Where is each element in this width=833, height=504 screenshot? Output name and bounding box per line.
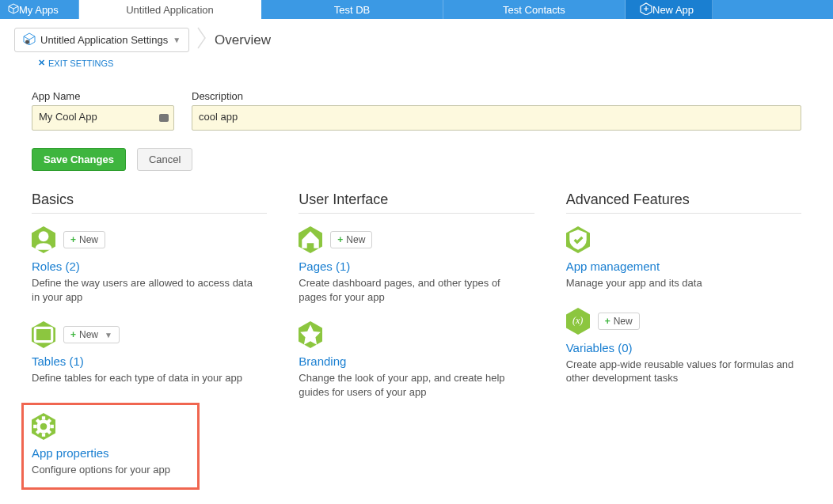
gear-icon bbox=[32, 413, 55, 440]
app-name-value: My Cool App bbox=[39, 111, 97, 123]
app-properties-link[interactable]: App properties bbox=[32, 446, 109, 460]
app-management-desc: Manage your app and its data bbox=[566, 276, 796, 290]
new-page-label: New bbox=[346, 234, 365, 245]
tab-active-label: Untitled Application bbox=[126, 4, 214, 16]
tab-test-contacts[interactable]: Test Contacts bbox=[443, 0, 626, 19]
svg-rect-6 bbox=[35, 328, 51, 342]
svg-point-5 bbox=[39, 231, 49, 241]
new-role-button[interactable]: + New bbox=[63, 231, 105, 248]
user-icon bbox=[32, 226, 55, 253]
tab-my-apps[interactable]: My Apps bbox=[0, 0, 79, 19]
heading-basics: Basics bbox=[32, 191, 267, 214]
cube-icon bbox=[8, 3, 19, 17]
star-icon bbox=[299, 321, 322, 348]
app-name-label: App Name bbox=[32, 90, 174, 102]
exit-settings-label: EXIT SETTINGS bbox=[48, 59, 113, 68]
pages-link[interactable]: Pages (1) bbox=[299, 260, 350, 273]
card-roles: + New Roles (2) Define the way users are… bbox=[32, 226, 267, 304]
plus-icon: + bbox=[337, 234, 343, 245]
new-variable-label: New bbox=[614, 316, 633, 327]
branding-link[interactable]: Branding bbox=[299, 354, 346, 368]
caret-down-icon: ▼ bbox=[173, 36, 181, 44]
tab-my-apps-label: My Apps bbox=[19, 4, 59, 16]
card-pages: + New Pages (1) Create dashboard pages, … bbox=[299, 226, 534, 304]
caret-down-icon: ▼ bbox=[105, 331, 112, 339]
new-variable-button[interactable]: + New bbox=[598, 313, 640, 330]
home-icon bbox=[299, 226, 322, 253]
table-icon bbox=[32, 321, 55, 348]
roles-link[interactable]: Roles (2) bbox=[32, 260, 80, 273]
variables-link[interactable]: Variables (0) bbox=[566, 341, 633, 354]
breadcrumb-chevron-icon bbox=[197, 27, 207, 53]
close-icon: ✕ bbox=[38, 58, 45, 68]
description-input[interactable]: cool app bbox=[192, 105, 801, 131]
heading-advanced: Advanced Features bbox=[566, 191, 801, 214]
new-page-button[interactable]: + New bbox=[330, 231, 372, 248]
tab-test-db[interactable]: Test DB bbox=[261, 0, 443, 19]
cube-gear-icon bbox=[23, 32, 36, 47]
app-properties-desc: Configure options for your app bbox=[32, 463, 189, 477]
shield-check-icon bbox=[566, 226, 590, 253]
tables-desc: Define tables for each type of data in y… bbox=[32, 371, 261, 385]
app-management-link[interactable]: App management bbox=[566, 260, 660, 273]
new-table-button[interactable]: + New ▼ bbox=[63, 326, 120, 343]
cancel-button[interactable]: Cancel bbox=[137, 148, 192, 171]
variables-desc: Create app-wide reusable values for form… bbox=[566, 358, 796, 385]
tab-test-db-label: Test DB bbox=[334, 4, 371, 16]
svg-point-4 bbox=[25, 40, 29, 44]
keyboard-icon bbox=[159, 114, 169, 122]
plus-icon: + bbox=[70, 234, 76, 245]
card-tables: + New ▼ Tables (1) Define tables for eac… bbox=[32, 321, 267, 385]
card-branding: Branding Change the look of your app, an… bbox=[299, 321, 534, 399]
tab-new-app-label: New App bbox=[652, 4, 694, 16]
heading-ui: User Interface bbox=[299, 191, 534, 214]
plus-icon: + bbox=[605, 316, 610, 327]
app-settings-label: Untitled Application Settings bbox=[40, 34, 168, 46]
tab-new-app[interactable]: New App bbox=[626, 0, 713, 19]
branding-desc: Change the look of your app, and create … bbox=[299, 371, 528, 399]
exit-settings-link[interactable]: ✕ EXIT SETTINGS bbox=[0, 56, 833, 73]
card-variables: (x) + New Variables (0) Create app-wide … bbox=[566, 308, 801, 385]
app-name-input[interactable]: My Cool App bbox=[32, 105, 174, 131]
app-settings-dropdown[interactable]: Untitled Application Settings ▼ bbox=[14, 28, 189, 52]
new-table-label: New bbox=[79, 329, 98, 340]
card-app-properties: App properties Configure options for you… bbox=[21, 403, 200, 491]
new-role-label: New bbox=[79, 234, 98, 245]
tab-test-contacts-label: Test Contacts bbox=[503, 4, 565, 16]
tables-link[interactable]: Tables (1) bbox=[32, 354, 84, 368]
breadcrumb-overview: Overview bbox=[215, 32, 271, 48]
tab-untitled-application[interactable]: Untitled Application bbox=[79, 0, 261, 19]
save-changes-button[interactable]: Save Changes bbox=[32, 148, 126, 171]
plus-icon: + bbox=[70, 329, 76, 340]
card-app-management: App management Manage your app and its d… bbox=[566, 226, 801, 290]
roles-desc: Define the way users are allowed to acce… bbox=[32, 276, 261, 304]
pages-desc: Create dashboard pages, and other types … bbox=[299, 276, 528, 304]
description-label: Description bbox=[192, 90, 801, 102]
description-value: cool app bbox=[199, 111, 238, 123]
cube-plus-icon bbox=[640, 2, 652, 17]
variable-icon: (x) bbox=[566, 308, 590, 335]
